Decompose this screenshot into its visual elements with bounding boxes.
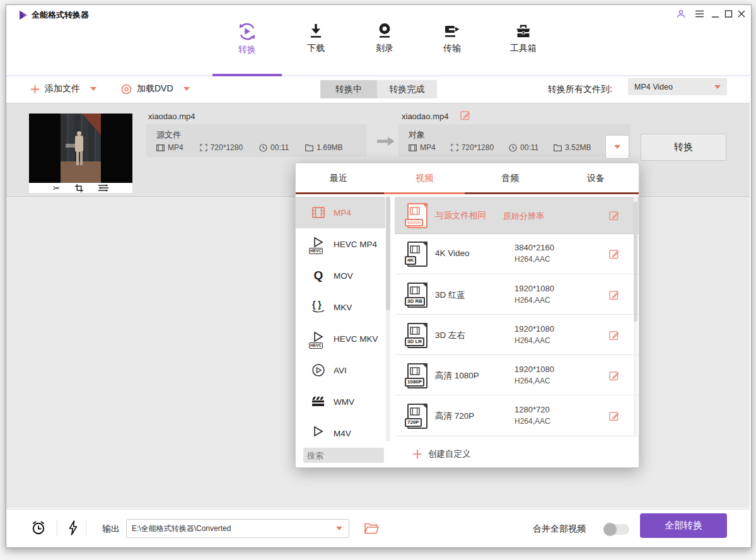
popup-tab-device[interactable]: 设备 (553, 163, 639, 192)
preset-1080p-icon: 1080P (407, 363, 427, 388)
clapperboard-icon (311, 394, 326, 409)
tab-convert[interactable]: 转换 (228, 21, 266, 55)
edit-icon[interactable] (609, 289, 620, 300)
divider (86, 519, 86, 537)
trim-scissors-icon[interactable]: ✂ (53, 184, 60, 192)
load-dvd-button[interactable]: 加载DVD (121, 79, 190, 98)
thumbnail-frame (61, 114, 101, 183)
film-icon (409, 144, 417, 151)
burn-icon (376, 23, 393, 40)
search-input[interactable] (303, 448, 384, 463)
preset-row-720p[interactable]: 720P 高清 720P 1280*720H264,AAC (395, 395, 639, 436)
dvd-icon (121, 84, 132, 95)
caret-down-icon (183, 87, 190, 91)
maximize-icon[interactable] (724, 9, 733, 18)
resolution-icon (200, 144, 207, 151)
preset-row-1080p[interactable]: 1080P 高清 1080P 1920*1080H264,AAC (395, 354, 639, 395)
preset-row-source[interactable]: source 与源文件相同 原始分辨率 (395, 197, 639, 234)
source-duration: 00:11 (270, 143, 289, 152)
transfer-icon (443, 23, 461, 40)
preset-row-4k[interactable]: 4K 4K Video 3840*2160H264,AAC (395, 233, 639, 274)
mp4-film-icon (311, 205, 326, 220)
preset-row-3d-rb[interactable]: 3D RB 3D 红蓝 1920*1080H264,AAC (395, 274, 639, 315)
format-item-wmv[interactable]: WMV (296, 386, 385, 417)
format-item-mov[interactable]: Q MOV (296, 260, 385, 291)
format-list-scrollbar-thumb[interactable] (386, 197, 390, 310)
format-label: AVI (334, 366, 347, 375)
format-list: MP4 HEVC HEVC MP4 Q MOV { } MKV (296, 194, 385, 441)
format-dropdown-button[interactable] (605, 135, 629, 159)
edit-icon[interactable] (609, 330, 620, 341)
mkv-braces-icon: { } (311, 300, 326, 315)
popup-active-tab-underline (384, 192, 465, 194)
output-path-dropdown[interactable] (126, 519, 349, 538)
preset-name: 3D 红蓝 (435, 289, 465, 301)
preset-name: 高清 720P (435, 411, 474, 422)
target-panel: 对象 MP4 720*1280 00:11 3.52MB (398, 124, 631, 157)
preset-name: 3D 左右 (435, 330, 465, 341)
convert-button[interactable]: 转换 (641, 134, 726, 161)
format-item-mkv[interactable]: { } MKV (296, 291, 385, 323)
rename-edit-icon[interactable] (460, 110, 471, 120)
target-panel-title: 对象 (409, 129, 425, 141)
effects-sliders-icon[interactable] (98, 184, 108, 192)
app-window: 全能格式转换器 转换 下载 (6, 4, 752, 548)
format-label: HEVC MP4 (334, 240, 377, 249)
tab-burn-label: 刻录 (366, 43, 403, 54)
edit-icon[interactable] (609, 248, 620, 259)
edit-icon[interactable] (609, 370, 620, 381)
format-item-mp4[interactable]: MP4 (296, 197, 385, 228)
tab-burn[interactable]: 刻录 (366, 23, 403, 54)
format-item-hevc-mp4[interactable]: HEVC HEVC MP4 (296, 228, 385, 260)
close-icon[interactable] (737, 9, 746, 18)
m4v-play-icon (311, 426, 326, 441)
preset-name: 高清 1080P (435, 370, 479, 382)
tab-finished[interactable]: 转换完成 (377, 80, 437, 98)
source-panel-title: 源文件 (156, 129, 181, 141)
popup-tab-video[interactable]: 视频 (381, 163, 467, 192)
minimize-icon[interactable] (711, 9, 719, 18)
add-files-button[interactable]: 添加文件 (30, 79, 96, 98)
edit-icon[interactable] (609, 411, 620, 421)
preset-name: 4K Video (435, 248, 470, 258)
folder-icon (554, 144, 562, 151)
tab-toolbox[interactable]: 工具箱 (503, 23, 544, 54)
target-duration: 00:11 (520, 143, 538, 152)
crop-icon[interactable] (75, 184, 83, 192)
merge-toggle-thumb[interactable] (603, 523, 617, 536)
hevc-play-icon: HEVC (311, 236, 326, 252)
create-custom-button[interactable]: 创建自定义 (413, 448, 471, 460)
convert-all-button[interactable]: 全部转换 (640, 513, 727, 538)
output-path-input[interactable] (127, 524, 336, 533)
target-format: MP4 (420, 143, 436, 152)
output-format-dropdown[interactable]: MP4 Video (628, 78, 727, 95)
tab-transfer[interactable]: 传输 (434, 23, 470, 54)
preset-resolution: 1920*1080H264,AAC (515, 323, 554, 347)
plus-icon (413, 450, 422, 458)
popup-tab-recent[interactable]: 最近 (296, 163, 381, 192)
tab-converting[interactable]: 转换中 (320, 80, 377, 98)
merge-toggle[interactable] (604, 524, 629, 535)
schedule-alarm-icon[interactable] (30, 520, 47, 536)
preset-3d-rb-icon: 3D RB (407, 283, 427, 308)
preset-row-3d-lr[interactable]: 3D LR 3D 左右 1920*1080H264,AAC (395, 314, 639, 355)
resolution-icon (451, 144, 458, 151)
preset-list-scrollbar[interactable] (634, 197, 637, 435)
edit-icon[interactable] (609, 210, 620, 221)
format-item-hevc-mkv[interactable]: HEVC HEVC MKV (296, 323, 385, 354)
source-resolution: 720*1280 (211, 143, 243, 152)
open-folder-icon[interactable] (364, 523, 379, 534)
format-list-scrollbar[interactable] (386, 197, 390, 441)
preset-name: 与源文件相同 (435, 210, 486, 221)
tab-download[interactable]: 下载 (298, 23, 334, 54)
menu-icon[interactable] (695, 9, 704, 18)
performance-lightning-icon[interactable] (67, 520, 78, 536)
preset-list-scrollbar-thumb[interactable] (634, 202, 637, 322)
format-item-m4v[interactable]: M4V (296, 417, 385, 441)
format-item-avi[interactable]: AVI (296, 354, 385, 386)
merge-all-label: 合并全部视频 (533, 523, 586, 535)
format-label: M4V (334, 429, 351, 438)
format-label: HEVC MKV (334, 334, 378, 344)
popup-tab-audio[interactable]: 音频 (467, 163, 553, 192)
user-icon[interactable] (676, 9, 686, 19)
